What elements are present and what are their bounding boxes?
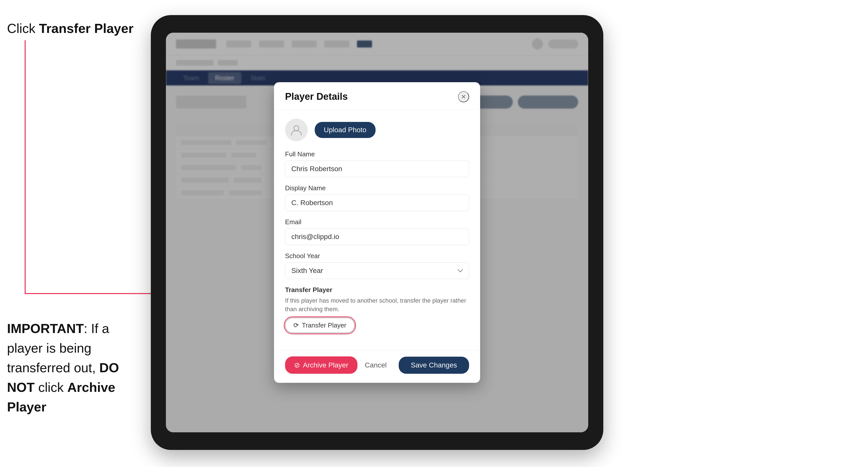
modal-title: Player Details <box>285 91 348 102</box>
player-details-modal: Player Details × Upload Photo <box>274 82 480 383</box>
cancel-button[interactable]: Cancel <box>359 357 393 374</box>
tablet-screen: Team Roster Stats <box>166 33 588 432</box>
tablet-device: Team Roster Stats <box>151 15 603 450</box>
email-group: Email <box>285 218 469 245</box>
display-name-label: Display Name <box>285 184 469 192</box>
transfer-icon: ⟳ <box>293 321 299 329</box>
modal-header: Player Details × <box>274 82 480 110</box>
archive-btn-label: Archive Player <box>303 361 348 369</box>
display-name-input[interactable] <box>285 194 469 211</box>
bottom-text-2: click <box>35 380 67 395</box>
transfer-player-section: Transfer Player If this player has moved… <box>285 286 469 333</box>
display-name-group: Display Name <box>285 184 469 211</box>
email-label: Email <box>285 218 469 226</box>
transfer-section-description: If this player has moved to another scho… <box>285 296 469 313</box>
modal-close-button[interactable]: × <box>458 91 469 102</box>
save-changes-button[interactable]: Save Changes <box>399 357 469 374</box>
footer-right-actions: Cancel Save Changes <box>359 357 469 374</box>
transfer-section-label: Transfer Player <box>285 286 469 294</box>
full-name-group: Full Name <box>285 150 469 177</box>
school-year-select[interactable]: First Year Second Year Third Year Fourth… <box>285 262 469 279</box>
archive-player-button[interactable]: ⊘ Archive Player <box>285 356 358 374</box>
avatar-placeholder <box>285 119 308 141</box>
annotation-vertical-line <box>25 40 26 294</box>
archive-icon: ⊘ <box>294 361 300 369</box>
transfer-player-button[interactable]: ⟳ Transfer Player <box>285 318 355 333</box>
bottom-important: IMPORTANT <box>7 321 84 336</box>
top-instruction: Click Transfer Player <box>7 20 133 37</box>
school-year-group: School Year First Year Second Year Third… <box>285 252 469 279</box>
full-name-label: Full Name <box>285 150 469 158</box>
avatar-section: Upload Photo <box>285 119 469 141</box>
email-input[interactable] <box>285 228 469 245</box>
modal-overlay: Player Details × Upload Photo <box>166 33 588 432</box>
instruction-bold: Transfer Player <box>39 21 133 36</box>
bottom-instruction: IMPORTANT: If a player is being transfer… <box>7 319 148 417</box>
school-year-label: School Year <box>285 252 469 260</box>
full-name-input[interactable] <box>285 161 469 177</box>
instruction-prefix: Click <box>7 21 39 36</box>
upload-photo-button[interactable]: Upload Photo <box>315 122 376 138</box>
svg-point-0 <box>294 126 299 131</box>
transfer-btn-label: Transfer Player <box>302 321 346 329</box>
modal-body: Upload Photo Full Name Display Name <box>274 110 480 350</box>
modal-footer: ⊘ Archive Player Cancel Save Changes <box>274 350 480 383</box>
